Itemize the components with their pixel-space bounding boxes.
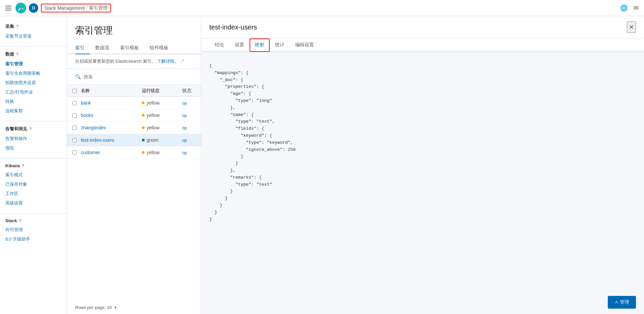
sidebar-item-snapshot[interactable]: 拍取快照并还原	[0, 78, 67, 87]
table-header: 名称 运行状态 状态	[67, 85, 201, 97]
user-avatar[interactable]: D	[29, 3, 38, 13]
row-actions-bank[interactable]: op	[182, 101, 196, 106]
row-checkbox-zhangtindex[interactable]	[72, 126, 77, 130]
row-checkbox-books[interactable]	[72, 113, 77, 118]
data-help-icon[interactable]: ?	[16, 52, 18, 57]
table-row[interactable]: books yellow op	[67, 109, 201, 122]
row-actions-zhangtindex[interactable]: op	[182, 125, 196, 130]
row-checkbox-customer[interactable]	[72, 150, 77, 155]
sidebar-item-advanced-settings[interactable]: 高级设置	[0, 198, 67, 208]
json-viewer: { "mappings": { "_doc": { "properties": …	[209, 60, 636, 226]
external-link-icon: ↗	[180, 59, 184, 64]
top-navigation: D Stack Management / 索引管理 🌐 ✉	[0, 0, 644, 16]
status-dot-test-index-users	[142, 139, 145, 141]
table-row[interactable]: test-index-users green op	[67, 134, 201, 146]
detail-tabs: 结论 设置 映射 统计 编辑设置	[201, 39, 644, 52]
breadcrumb-stack-management[interactable]: Stack Management	[44, 5, 85, 11]
breadcrumb: Stack Management / 索引管理	[41, 4, 111, 12]
select-all-checkbox[interactable]	[72, 89, 77, 93]
sidebar-section-kibana: Kibana ? 索引模式 已保存对象 工作区 高级设置	[0, 161, 67, 208]
row-name-customer[interactable]: customer	[81, 150, 142, 155]
mail-icon[interactable]: ✉	[632, 4, 640, 12]
tab-mappings[interactable]: 映射	[250, 39, 270, 52]
rows-per-page-label: Rows per page: 10	[75, 305, 112, 310]
sidebar-section-alerts: 告警和洞见 ? 告警和操作 报告	[0, 124, 67, 153]
col-header-actions: 状态	[182, 88, 196, 94]
row-status-books: yellow	[142, 113, 182, 118]
hamburger-menu[interactable]	[4, 4, 13, 12]
status-dot-bank	[142, 102, 145, 104]
sidebar-item-spaces[interactable]: 工作区	[0, 189, 67, 198]
ingest-help-icon[interactable]: ?	[16, 24, 18, 29]
col-header-status: 运行状态	[142, 88, 182, 94]
kibana-help-icon[interactable]: ?	[22, 164, 24, 168]
row-checkbox-bank[interactable]	[72, 101, 77, 105]
info-link[interactable]: 了解详情。	[157, 59, 179, 64]
sidebar-item-remote-cluster[interactable]: 远程集群	[0, 106, 67, 116]
nav-right-actions: 🌐 ✉	[620, 4, 640, 12]
stack-help-icon[interactable]: ?	[19, 218, 21, 223]
tab-indices[interactable]: 索引	[75, 42, 90, 54]
globe-icon[interactable]: 🌐	[620, 4, 628, 12]
breadcrumb-separator: /	[86, 5, 88, 11]
row-name-test-index-users[interactable]: test-index-users	[81, 137, 142, 143]
sidebar-section-title-kibana: Kibana ?	[0, 161, 67, 170]
sidebar-item-index-management[interactable]: 索引管理	[0, 59, 67, 69]
sidebar-item-ilm[interactable]: 索引生命周期策略	[0, 69, 67, 78]
row-actions-books[interactable]: op	[182, 113, 196, 118]
close-button[interactable]: ✕	[627, 21, 636, 33]
sidebar-item-alerts-actions[interactable]: 告警和操作	[0, 134, 67, 143]
sidebar-item-rollup[interactable]: 汇总/打包作业	[0, 87, 67, 97]
sidebar-divider-3	[0, 158, 67, 159]
row-name-bank[interactable]: bank	[81, 100, 142, 106]
content-area: 索引管理 索引 数据流 索引模板 组件模板 分别或批量更新您的 Elastics…	[67, 16, 644, 314]
tab-settings[interactable]: 设置	[229, 39, 250, 52]
breadcrumb-index-management[interactable]: 索引管理	[89, 5, 108, 11]
rows-per-page-chevron[interactable]: ▼	[114, 306, 117, 309]
manage-button-container: ∧ 管理	[600, 291, 644, 314]
table-row[interactable]: customer yellow op	[67, 146, 201, 159]
table-row[interactable]: bank yellow op	[67, 97, 201, 109]
sidebar-divider-2	[0, 121, 67, 121]
sidebar-item-transform[interactable]: 转换	[0, 97, 67, 106]
status-dot-customer	[142, 151, 145, 154]
index-table: 名称 运行状态 状态 bank yellow op	[67, 85, 201, 301]
tab-stats[interactable]: 统计	[270, 39, 290, 52]
manage-button[interactable]: ∧ 管理	[608, 296, 636, 309]
row-actions-test-index-users[interactable]: op	[182, 138, 196, 143]
index-tabs: 索引 数据流 索引模板 组件模板	[67, 42, 201, 54]
sidebar-item-reporting[interactable]: 报告	[0, 143, 67, 153]
sidebar: 采集 ? 采集节点管道 数据 ? 索引管理 索引生命周期策略 拍取快照并还原 汇…	[0, 16, 67, 314]
row-name-books[interactable]: books	[81, 113, 142, 118]
svg-point-1	[20, 6, 22, 8]
row-status-zhangtindex: yellow	[142, 125, 182, 130]
table-row[interactable]: zhangtindex yellow op	[67, 122, 201, 134]
alerts-help-icon[interactable]: ?	[29, 127, 32, 131]
tab-edit-settings[interactable]: 编辑设置	[290, 39, 319, 52]
info-text: 分别或批量更新您的 Elasticsearch 索引。 了解详情。 ↗	[67, 54, 201, 69]
search-bar: 🔍	[67, 69, 201, 85]
row-name-zhangtindex[interactable]: zhangtindex	[81, 125, 142, 130]
tab-component-templates[interactable]: 组件模板	[144, 42, 174, 54]
kibana-logo	[15, 3, 26, 13]
tab-summary[interactable]: 结论	[209, 39, 229, 52]
col-header-name: 名称	[81, 88, 142, 94]
sidebar-section-ingest: 采集 ? 采集节点管道	[0, 21, 67, 41]
sidebar-item-license-management[interactable]: 许可管理	[0, 225, 67, 235]
sidebar-divider-1	[0, 46, 67, 47]
search-icon: 🔍	[75, 74, 81, 79]
tab-data-streams[interactable]: 数据流	[90, 42, 115, 54]
main-layout: 采集 ? 采集节点管道 数据 ? 索引管理 索引生命周期策略 拍取快照并还原 汇…	[0, 16, 644, 314]
sidebar-item-upgrade-assistant[interactable]: 8.0 升级助手	[0, 235, 67, 244]
sidebar-item-index-patterns[interactable]: 索引模式	[0, 170, 67, 180]
status-dot-books	[142, 114, 145, 117]
search-input[interactable]	[84, 74, 193, 79]
sidebar-item-ingest-pipelines[interactable]: 采集节点管道	[0, 32, 67, 41]
detail-header: test-index-users ✕	[201, 16, 644, 39]
sidebar-item-saved-objects[interactable]: 已保存对象	[0, 180, 67, 189]
sidebar-section-stack: Stack ? 许可管理 8.0 升级助手	[0, 216, 67, 244]
row-checkbox-test-index-users[interactable]	[72, 138, 77, 142]
row-actions-customer[interactable]: op	[182, 150, 196, 155]
tab-index-templates[interactable]: 索引模板	[115, 42, 144, 54]
row-status-test-index-users: green	[142, 137, 182, 143]
